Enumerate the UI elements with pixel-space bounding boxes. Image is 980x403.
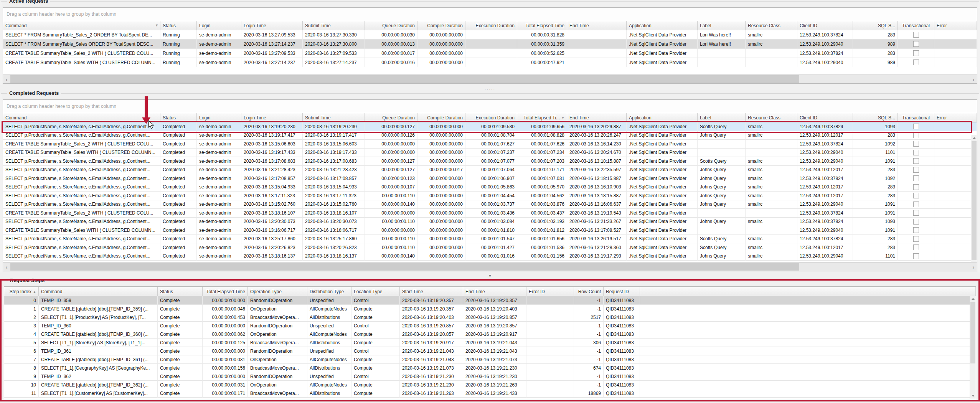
transactional-checkbox[interactable] [913,219,919,225]
column-header-execution-duration[interactable]: Execution Duration [465,21,517,30]
transactional-checkbox[interactable] [913,175,919,181]
transactional-checkbox[interactable] [913,210,919,216]
column-header-login[interactable]: Login [197,21,241,30]
table-row[interactable]: SELECT p.ProductName, s.StoreName, c.Ema… [3,235,977,244]
column-header-client-id[interactable]: Client ID [797,21,853,30]
transactional-checkbox[interactable] [913,244,919,250]
group-by-band[interactable]: Drag a column header here to group by th… [3,8,977,21]
transactional-checkbox[interactable] [913,236,919,242]
chevron-up-icon[interactable] [971,135,977,141]
column-header-label[interactable]: Label [698,21,746,30]
column-header-transactional[interactable]: Transactional [898,21,934,30]
table-row[interactable]: 5SELECT [T1_1].[StoreKey] AS [StoreKey],… [4,339,976,347]
table-row[interactable]: SELECT p.ProductName, s.StoreName, c.Ema… [3,174,977,183]
column-header-application[interactable]: Application [627,21,698,30]
transactional-checkbox[interactable] [913,202,919,207]
column-header-client-id[interactable]: Client ID [797,113,853,122]
transactional-checkbox[interactable] [913,184,919,190]
table-row[interactable]: CREATE TABLE SummaryTable_Sales_2 WITH (… [3,140,977,149]
horizontal-scrollbar[interactable]: ‹ › [3,74,977,83]
table-row[interactable]: 9TEMP_ID_362Complete00.00:00:00.000Rando… [4,372,976,381]
transactional-checkbox[interactable] [913,227,919,233]
table-row[interactable]: 10CREATE TABLE [qtabledb].[dbo].[TEMP_ID… [4,381,976,389]
transactional-checkbox[interactable] [913,150,919,155]
column-header-error-id[interactable]: Error ID [526,287,574,296]
column-header-error[interactable]: Error [934,21,977,30]
column-header-transactional[interactable]: Transactional [898,113,934,122]
splitter-handle[interactable]: ····· [0,85,980,93]
transactional-checkbox[interactable] [913,41,919,47]
table-row[interactable]: CREATE TABLE SummaryTable_Sales WITH ( C… [3,226,977,235]
column-header-distribution-type[interactable]: Distribution Type [307,287,351,296]
column-header-resource-class[interactable]: Resource Class [746,113,797,122]
column-header-submit-time[interactable]: Submit Time [303,21,365,30]
transactional-checkbox[interactable] [913,132,919,138]
column-header-operation-type[interactable]: Operation Type [248,287,307,296]
table-row[interactable]: 8SELECT [T1_1].[GeographyKey] AS [Geogra… [4,364,976,372]
transactional-checkbox[interactable] [913,141,919,147]
column-header-application[interactable]: Application [627,113,698,122]
column-header-step-index[interactable]: Step Index▲ [4,287,39,296]
transactional-checkbox[interactable] [913,59,919,65]
scrollbar-thumb[interactable] [10,263,799,271]
column-header-submit-time[interactable]: Submit Time [303,113,365,122]
scrollbar-thumb[interactable] [972,141,977,260]
column-header-total-elapsed-time[interactable]: Total Elapsed Time [517,21,567,30]
column-header-row-count[interactable]: Row Count [574,287,604,296]
column-header-login-time[interactable]: Login Time [241,21,303,30]
horizontal-scrollbar[interactable]: ‹ › [3,262,977,271]
table-row[interactable]: 7CREATE TABLE [qtabledb].[dbo].[TEMP_ID_… [4,355,976,364]
column-header-request-id[interactable]: Request ID [604,287,640,296]
table-row[interactable]: 3TEMP_ID_360Complete00.00:00:00.000Rando… [4,322,976,330]
transactional-checkbox[interactable] [913,158,919,164]
table-row[interactable]: SELECT * FROM SummaryTable_Sales_2 ORDER… [3,30,977,40]
table-row[interactable]: CREATE TABLE SummaryTable_Sales WITH ( C… [3,149,977,157]
transactional-checkbox[interactable] [913,193,919,198]
group-by-band[interactable]: Drag a column header here to group by th… [3,100,977,113]
column-header-resource-class[interactable]: Resource Class [746,21,797,30]
table-row[interactable]: CREATE TABLE SummaryTable_Sales_2 WITH (… [3,209,977,218]
scrollbar-thumb[interactable] [10,75,799,83]
table-row[interactable]: SELECT p.ProductName, s.StoreName, c.Ema… [3,166,977,175]
column-header-status[interactable]: Status [160,21,197,30]
chevron-left-icon[interactable]: ‹ [3,263,10,271]
splitter-handle[interactable]: ▼ [0,273,980,279]
column-header-label[interactable]: Label [698,113,746,122]
column-header-status[interactable]: Status [160,113,197,122]
column-header-queue-duration[interactable]: Queue Duration [365,113,417,122]
column-header-command[interactable]: Command [39,287,158,296]
table-row[interactable]: 1CREATE TABLE [qtabledb].[dbo].[TEMP_ID_… [4,305,976,313]
column-header-command[interactable]: Command▼ [3,21,160,30]
transactional-checkbox[interactable] [913,167,919,173]
column-header-end-time[interactable]: End Time [463,287,526,296]
column-header-sql-s[interactable]: SQL S... [853,113,898,122]
column-header-execution-duration[interactable]: Execution Duration [465,113,517,122]
column-header-end-time[interactable]: End Time [567,21,627,30]
column-header-login-time[interactable]: Login Time [241,113,303,122]
table-row[interactable]: 2SELECT [T1_1].[ProductKey] AS [ProductK… [4,313,976,322]
chevron-up-icon[interactable] [970,296,976,302]
table-row[interactable]: 0TEMP_ID_359Complete00.00:00:00.000Rando… [4,296,976,305]
column-header-start-time[interactable]: Start Time [400,287,463,296]
column-header-location-type[interactable]: Location Type [351,287,400,296]
table-row[interactable]: SELECT * FROM SummaryTable_Sales ORDER B… [3,40,977,49]
table-row[interactable]: SELECT p.ProductName, s.StoreName, c.Ema… [3,183,977,192]
chevron-down-icon[interactable] [970,393,976,399]
table-row[interactable]: SELECT p.ProductName, s.StoreName, c.Ema… [3,252,977,261]
chevron-right-icon[interactable]: › [970,75,977,83]
table-row[interactable]: SELECT p.ProductName, s.StoreName, c.Ema… [3,192,977,200]
table-row[interactable]: 6TEMP_ID_361Complete00.00:00:00.000Rando… [4,347,976,355]
transactional-checkbox[interactable] [913,253,919,259]
column-header-queue-duration[interactable]: Queue Duration [365,21,417,30]
transactional-checkbox[interactable] [913,32,919,38]
column-header-total-elapsed-ti[interactable]: Total Elapsed Ti...▼ [517,113,567,122]
column-header-sql-s[interactable]: SQL S... [853,21,898,30]
table-row[interactable]: CREATE TABLE SummaryTable_Sales WITH ( C… [3,58,977,67]
table-row[interactable]: SELECT p.ProductName, s.StoreName, c.Ema… [3,218,977,226]
chevron-right-icon[interactable]: › [970,263,977,271]
column-header-command[interactable]: Command [3,113,160,122]
table-row[interactable]: 11SELECT [T1_1].[CustomerKey] AS [Custom… [4,389,976,398]
vertical-scrollbar[interactable] [971,135,977,262]
column-header-status[interactable]: Status [158,287,203,296]
transactional-checkbox[interactable] [913,50,919,56]
